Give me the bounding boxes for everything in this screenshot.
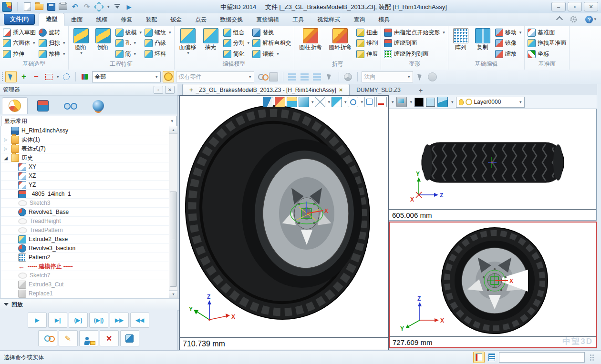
menu-tab-模具[interactable]: 模具 (372, 14, 396, 26)
wireframe-view-icon[interactable] (315, 97, 325, 107)
part-filter-combo[interactable]: 仅有零件▾ (176, 71, 254, 82)
tab-assembly-manager[interactable] (31, 98, 55, 114)
filter-button[interactable] (80, 71, 90, 82)
dropdown-caret[interactable]: ▾ (63, 41, 65, 45)
window-resize-icon[interactable] (364, 97, 375, 107)
tree-item-Extrude2_Base[interactable]: Extrude2_Base (1, 235, 169, 244)
ribbon-button-pattern[interactable]: 阵列 (451, 27, 470, 59)
black-color-swatch[interactable] (414, 98, 424, 107)
document-tab[interactable]: +_Z3_GL_BrakesModelB_2013.Z3 - [H_Rim14i… (182, 84, 350, 95)
manager-close-button[interactable]: ✕ (165, 86, 175, 94)
dropdown-caret[interactable]: ▾ (134, 52, 136, 56)
layer-icon[interactable] (437, 97, 448, 107)
tree-item-Replace1[interactable]: Replace1 (1, 289, 169, 298)
menu-tab-曲面[interactable]: 曲面 (64, 14, 89, 26)
ribbon-button-fillet[interactable]: 圆角▾ (72, 27, 91, 59)
normal-direction-combo[interactable]: 法向▾ (362, 71, 413, 82)
menu-tab-视觉样式[interactable]: 视觉样式 (311, 14, 347, 26)
tree-item-TreadPattern[interactable]: TreadPattern (1, 226, 169, 235)
ribbon-button-draft[interactable]: 拔模▾ (115, 28, 142, 37)
pick-settings-button[interactable] (427, 71, 438, 82)
ribbon-button-rib[interactable]: 筋▾ (115, 49, 142, 59)
ribbon-button-revolve[interactable]: 旋转 (39, 28, 65, 37)
collapse-ribbon-icon[interactable] (556, 16, 563, 22)
ribbon-button-move[interactable]: 移动▾ (495, 28, 522, 37)
pick-all-button[interactable] (312, 71, 322, 82)
tree-item-Pattern2[interactable]: Pattern2 (1, 253, 169, 262)
scroll-down-arrow[interactable]: ▼ (169, 290, 177, 298)
dropdown-caret[interactable]: ▾ (134, 41, 136, 45)
tree-item------ 建模停止 -----[interactable]: ----- 建模停止 ----- (1, 262, 169, 271)
pick-last-button[interactable] (300, 71, 310, 82)
file-menu-button[interactable]: 文件(F) (4, 14, 35, 25)
tree-item-历史[interactable]: ◢历史 (1, 153, 169, 162)
display-mode-caret[interactable]: ▾ (410, 100, 413, 104)
combo-caret[interactable]: ▾ (408, 75, 410, 79)
dropdown-caret[interactable]: ▾ (33, 41, 35, 45)
ribbon-button-taper[interactable]: 锥削 (356, 39, 378, 48)
ribbon-button-wrap-to-face[interactable]: 缠绕到面 (384, 39, 445, 48)
ribbon-button-emboss[interactable]: 镶嵌▾ (252, 49, 291, 59)
add-selection-button[interactable]: + (19, 71, 29, 82)
tab-render-manager[interactable] (86, 98, 111, 114)
resize-grip[interactable] (590, 354, 594, 361)
tree-expander[interactable]: ◢ (3, 155, 9, 161)
ribbon-button-sweep[interactable]: 扫掠▾ (39, 39, 65, 48)
combo-caret[interactable]: ▾ (249, 75, 251, 79)
ribbon-button-flange[interactable]: 凸缘 (145, 39, 171, 48)
tree-item-Revolve1_Base[interactable]: Revolve1_Base (1, 208, 169, 217)
menu-tab-数据交换[interactable]: 数据交换 (213, 14, 249, 26)
document-tab[interactable]: DUMMY_SLD.Z3 (350, 84, 407, 95)
ribbon-button-resolve-self-intersect[interactable]: 解析自相交 (252, 39, 291, 48)
delete-button[interactable]: × (100, 330, 119, 346)
measure-icon[interactable] (376, 97, 387, 107)
expand-icon[interactable]: + (189, 86, 193, 93)
dropdown-caret[interactable]: ▾ (169, 30, 171, 35)
marquee-caret[interactable]: ▾ (57, 75, 59, 79)
ribbon-button-wrap-pattern-to-face[interactable]: 缠绕阵列到面 (384, 49, 445, 59)
dropdown-caret[interactable]: ▾ (140, 30, 142, 35)
minimize-button[interactable]: – (551, 2, 566, 11)
background-color-swatch[interactable] (426, 98, 435, 107)
play-button[interactable]: ▶ (125, 2, 134, 11)
play-button[interactable]: ▶ (28, 313, 47, 328)
viewport-side[interactable]: Y Z X 605.006 mm (389, 109, 597, 221)
unlink-button[interactable] (269, 71, 279, 82)
dropdown-caret[interactable]: ▾ (63, 52, 65, 56)
tree-item-TreadHeight[interactable]: TreadHeight (1, 217, 169, 226)
tree-item-H_Rim14inchAssy[interactable]: H_Rim14inchAssy (1, 126, 169, 135)
erase-icon[interactable] (275, 97, 285, 107)
toolbar-grip[interactable] (1, 72, 3, 81)
print-button[interactable] (59, 2, 67, 11)
ribbon-button-cylinder-bend[interactable]: 圆柱折弯 (297, 27, 324, 59)
scroll-up-arrow[interactable]: ▲ (169, 126, 177, 134)
pick-from-list-button[interactable] (287, 71, 298, 82)
stop-button[interactable] (120, 330, 139, 346)
menu-tab-钣金[interactable]: 钣金 (164, 14, 188, 26)
combo-caret[interactable]: ▾ (155, 75, 158, 79)
scrollbar-thumb[interactable] (170, 192, 177, 287)
view-refresh-button[interactable] (94, 2, 103, 11)
tree-item-XY[interactable]: XY (1, 162, 169, 172)
history-regen-button[interactable] (163, 71, 174, 82)
combo-caret[interactable]: ▾ (171, 119, 173, 123)
tree-item-XZ[interactable]: XZ (1, 172, 169, 181)
open-file-button[interactable] (35, 2, 43, 11)
menu-tab-修复[interactable]: 修复 (114, 14, 139, 26)
ribbon-button-shell[interactable]: 抽壳 (201, 27, 220, 59)
zoom-caret[interactable]: ▾ (361, 100, 363, 104)
ribbon-button-mirror[interactable]: 镜像 (495, 39, 522, 48)
link-button[interactable] (38, 330, 57, 346)
ribbon-button-hole[interactable]: 孔▾ (115, 39, 142, 48)
layer-combo[interactable]: Layer0000 ▾ (456, 97, 525, 108)
input-mode-toggle[interactable] (473, 352, 485, 363)
ribbon-button-datum-plane[interactable]: 基准面 (528, 28, 566, 37)
viewport-front-active[interactable]: X Z Y X 727.609 mm 中望3D (389, 222, 597, 348)
layer-caret[interactable]: ▾ (451, 100, 454, 104)
tree-item-表达式(7)[interactable]: ▷表达式(7) (1, 144, 169, 153)
view-plane-icon[interactable] (332, 97, 342, 107)
selection-filter-combo[interactable]: 全部▾ (92, 71, 161, 82)
menu-tab-工具[interactable]: 工具 (286, 14, 311, 26)
combo-caret[interactable]: ▾ (519, 100, 522, 104)
lasso-select-button[interactable] (61, 71, 72, 82)
